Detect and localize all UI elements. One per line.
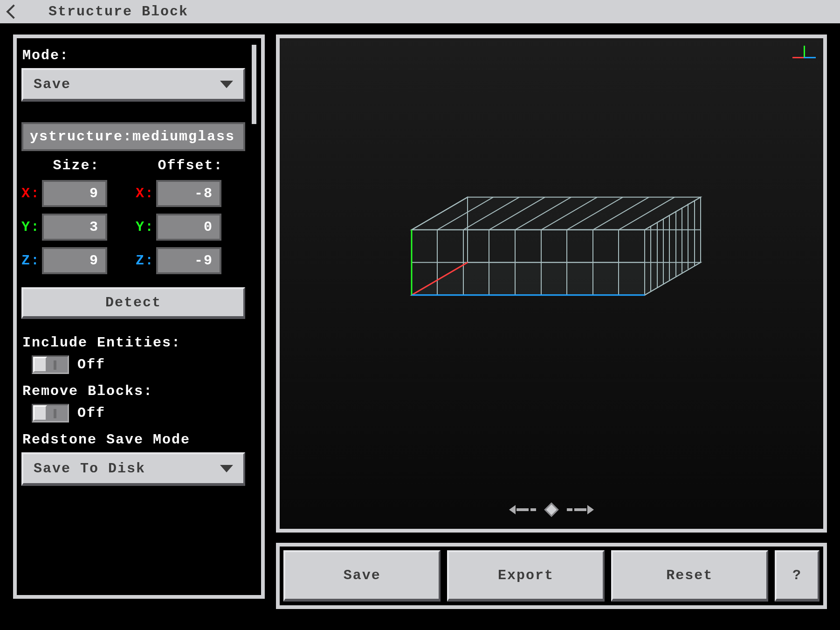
chevron-down-icon xyxy=(220,465,233,472)
scrollbar[interactable] xyxy=(252,45,256,124)
redstone-value: Save To Disk xyxy=(34,461,145,477)
bottom-button-bar: Save Export Reset ? xyxy=(276,543,827,609)
arrow-right-icon xyxy=(587,505,594,514)
slider-knob-icon[interactable] xyxy=(544,502,558,517)
structure-name-input[interactable]: ystructure:mediumglass xyxy=(21,122,245,151)
axis-gizmo-icon xyxy=(792,46,816,69)
include-entities-toggle[interactable] xyxy=(32,355,69,374)
axis-z-label: Z: xyxy=(21,253,37,269)
size-label: Size: xyxy=(21,158,131,173)
include-entities-state: Off xyxy=(77,357,105,373)
mode-dropdown[interactable]: Save xyxy=(21,68,245,102)
redstone-label: Redstone Save Mode xyxy=(22,432,245,448)
page-title: Structure Block xyxy=(48,4,188,20)
offset-axis-z-label: Z: xyxy=(136,253,151,269)
mode-value: Save xyxy=(34,76,71,92)
chevron-down-icon xyxy=(220,81,233,88)
detect-button[interactable]: Detect xyxy=(21,287,245,319)
offset-axis-y-label: Y: xyxy=(136,219,151,235)
back-icon[interactable] xyxy=(6,4,21,19)
structure-preview xyxy=(374,174,729,370)
include-entities-label: Include Entities: xyxy=(22,335,245,351)
redstone-dropdown[interactable]: Save To Disk xyxy=(21,452,245,486)
topbar: Structure Block xyxy=(0,0,840,23)
remove-blocks-state: Off xyxy=(77,405,105,421)
axis-x-label: X: xyxy=(21,186,37,201)
size-x-input[interactable]: 9 xyxy=(42,180,107,207)
save-button[interactable]: Save xyxy=(283,550,441,602)
remove-blocks-label: Remove Blocks: xyxy=(22,383,245,399)
remove-blocks-toggle[interactable] xyxy=(32,404,69,422)
offset-y-input[interactable]: 0 xyxy=(156,214,221,241)
settings-panel: Mode: Save ystructure:mediumglass Size: … xyxy=(13,35,265,599)
offset-z-input[interactable]: -9 xyxy=(156,247,221,274)
size-y-input[interactable]: 3 xyxy=(42,214,107,241)
offset-label: Offset: xyxy=(136,158,245,173)
help-button[interactable]: ? xyxy=(775,550,819,602)
size-z-input[interactable]: 9 xyxy=(42,247,107,274)
rotation-slider[interactable] xyxy=(509,505,594,515)
offset-x-input[interactable]: -8 xyxy=(156,180,221,207)
mode-label: Mode: xyxy=(22,48,245,63)
preview-panel[interactable] xyxy=(276,35,827,533)
arrow-left-icon xyxy=(509,505,516,514)
offset-axis-x-label: X: xyxy=(136,186,151,201)
axis-y-label: Y: xyxy=(21,219,37,235)
reset-button[interactable]: Reset xyxy=(611,550,768,602)
export-button[interactable]: Export xyxy=(447,550,604,602)
